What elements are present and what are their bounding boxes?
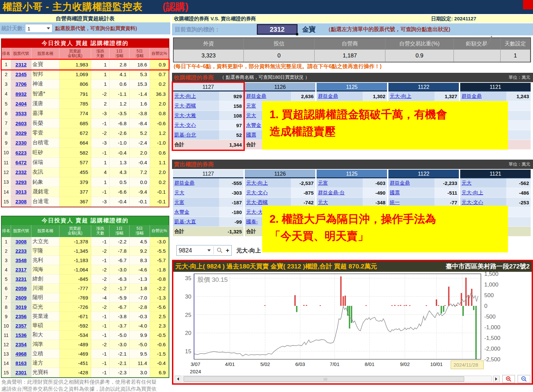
branch-code-header[interactable]: 1121 [460, 83, 531, 91]
broker-link[interactable]: 元大 [318, 199, 328, 206]
chevron-down-icon [207, 249, 211, 251]
scroll-left-arrow[interactable] [175, 376, 181, 382]
stock-code-link[interactable]: 2301 [15, 370, 26, 375]
stock-code-link[interactable]: 3029 [15, 130, 26, 136]
stock-code-link[interactable]: 3533 [15, 111, 26, 116]
broker-link[interactable]: 國泰- [246, 219, 258, 225]
stock-code-link[interactable]: 4968 [15, 351, 26, 357]
broker-link[interactable]: 群益金鼎 [462, 93, 482, 100]
stock-code-input[interactable]: 2312 [257, 24, 298, 35]
scrollbar-track[interactable] [183, 376, 492, 382]
branch-code-header[interactable]: 1125 [317, 83, 387, 91]
stock-code-link[interactable]: 1536 [15, 332, 26, 338]
stock-code-value: 2312 [270, 26, 285, 33]
broker-link[interactable]: 元大 [246, 113, 256, 119]
stock-code-link[interactable]: 3008 [15, 239, 26, 244]
value-cell: -0.1 [130, 197, 150, 207]
branch-code-header[interactable]: 1121 [460, 170, 531, 178]
broker-link[interactable]: 元大-向上 [462, 190, 483, 196]
scrollbar-thumb[interactable] [184, 376, 464, 382]
stock-code-link[interactable]: 2332 [15, 169, 26, 175]
branch-code-header[interactable]: 1125 [317, 170, 387, 178]
branch-code-header[interactable]: 1126 [245, 170, 315, 178]
broker-link[interactable]: 群益金鼎-台 [318, 190, 345, 196]
broker-link[interactable]: 永豐金 [174, 209, 189, 215]
broker-link[interactable]: 元大-向上 [390, 93, 411, 100]
broker-link[interactable]: 永豐金 [246, 122, 261, 129]
branch-code-header[interactable]: 1127 [173, 170, 243, 178]
broker-link[interactable]: 國票 [246, 132, 256, 138]
broker-link[interactable]: 元富 [318, 180, 328, 186]
stock-code-link[interactable]: 2404 [15, 101, 26, 107]
broker-link[interactable]: 統一 [390, 199, 400, 206]
zoom-plus-glyph[interactable]: + [226, 247, 229, 254]
broker-link[interactable]: 元大-西螺 [246, 199, 268, 206]
broker-value-cell: -187 [219, 198, 243, 207]
stock-code-link[interactable]: 2233 [15, 248, 26, 254]
stock-code-link[interactable]: 2603 [15, 121, 26, 126]
stock-code-link[interactable]: 2308 [15, 199, 26, 204]
broker-link[interactable]: 元富 [174, 199, 184, 206]
value-cell: -3 [91, 197, 110, 207]
zoom-in-button[interactable] [502, 375, 515, 383]
stock-code-link[interactable]: 2345 [15, 71, 26, 77]
branch-code-header[interactable]: 1122 [388, 170, 459, 178]
code-cell: 2357 [11, 321, 31, 331]
broker-name-cell: 永豐金 [173, 207, 219, 217]
branch-code-header[interactable]: 1127 [173, 83, 243, 91]
price-volume-chart: 35302520153/074/015/026/037/018/019/0210… [173, 272, 532, 375]
stock-code-link[interactable]: 2312 [15, 62, 26, 67]
table-title: 今日投資人 賣超 認購權證標的 [2, 216, 169, 225]
code-cell: 3293 [11, 177, 31, 187]
svg-text:2024: 2024 [190, 369, 201, 374]
zoom-out-button[interactable] [518, 375, 530, 383]
broker-history-chart-panel: 元大-向上( 9824 ) 過去180天買賣 金寶( 2312 )權證,合計 買… [172, 260, 533, 385]
stock-code-link[interactable]: 3548 [15, 257, 26, 263]
broker-link[interactable]: 元大-向上 [174, 93, 196, 100]
broker-link[interactable]: 元大-向上 [246, 180, 268, 186]
broker-link[interactable]: 元大-文心 [462, 199, 483, 206]
stock-code-link[interactable]: 3013 [15, 189, 26, 195]
broker-link[interactable]: 元大 [462, 180, 472, 186]
broker-link[interactable]: 凱基-台北 [174, 132, 196, 138]
broker-link[interactable]: 元大-大 [246, 209, 263, 215]
broker-link[interactable]: 群益金鼎 [390, 180, 410, 186]
broker-link[interactable]: 國票 [390, 190, 400, 196]
broker-link[interactable]: 元大-大雅 [174, 113, 196, 119]
resize-handle[interactable] [296, 33, 298, 35]
stock-code-link[interactable]: 6223 [15, 150, 26, 156]
stock-code-link[interactable]: 2609 [15, 295, 26, 301]
branch-code-header[interactable]: 1126 [245, 83, 315, 91]
broker-link[interactable]: 群益金鼎 [246, 93, 266, 100]
broker-link[interactable]: 元大-文心 [174, 122, 196, 129]
table-row: 106223旺矽582-1-0.42.00.6 [2, 148, 169, 158]
stock-code-link[interactable]: 8932 [15, 91, 26, 97]
branch-code-header[interactable]: 1122 [388, 83, 459, 91]
query-target-label: 目前查詢的標的： [175, 26, 220, 33]
broker-link[interactable]: 元大-西螺 [174, 103, 196, 109]
stock-code-link[interactable]: 2356 [15, 314, 26, 319]
stock-code-link[interactable]: 2317 [15, 267, 26, 272]
stock-code-link[interactable]: 6472 [15, 160, 26, 165]
broker-link[interactable]: 元大-文心 [246, 190, 268, 196]
stock-code-link[interactable]: 2059 [15, 285, 26, 291]
stock-code-link[interactable]: 3706 [15, 81, 26, 87]
broker-link[interactable]: 群益金鼎 [318, 93, 338, 100]
stock-code-link[interactable]: 3231 [15, 276, 26, 282]
broker-link[interactable]: 群益金鼎 [174, 180, 194, 186]
broker-row: 凱基-大直-99 [173, 217, 243, 227]
broker-link[interactable]: 凱基-大直 [174, 219, 196, 225]
stat-days-select[interactable]: 1 [25, 24, 52, 33]
broker-link[interactable]: 元大 [174, 190, 184, 196]
stock-code-link[interactable]: 3293 [15, 179, 26, 185]
stock-code-link[interactable]: 3019 [15, 304, 26, 310]
broker-code-combobox[interactable]: 9824 + [176, 245, 232, 256]
scroll-right-arrow[interactable] [493, 376, 500, 382]
stock-code-link[interactable]: 2357 [15, 323, 26, 329]
search-icon[interactable] [216, 247, 223, 254]
stock-code-link[interactable]: 2330 [15, 140, 26, 146]
svg-text:5/02: 5/02 [260, 361, 270, 367]
broker-link[interactable]: 元富 [246, 103, 256, 109]
stock-code-link[interactable]: 8163 [15, 360, 26, 366]
stock-code-link[interactable]: 2354 [15, 342, 26, 347]
